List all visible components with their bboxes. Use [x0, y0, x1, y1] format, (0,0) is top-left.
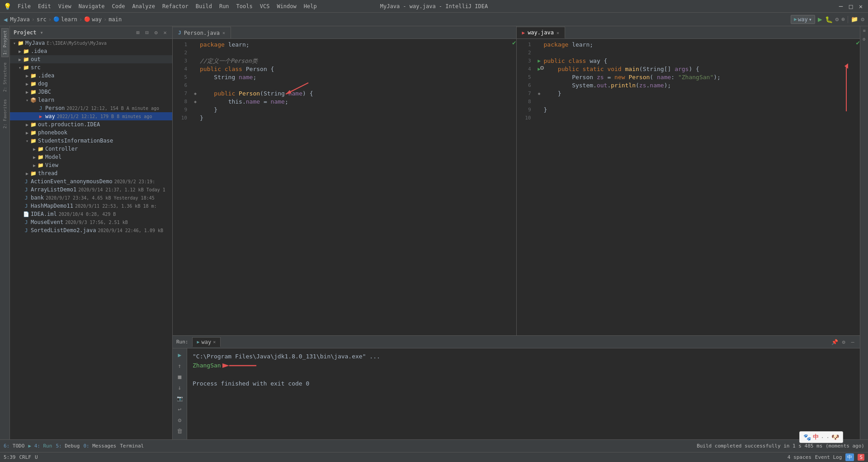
person-java-code[interactable]: 1 package learn; 2 3 //定义一个Person类 [173, 39, 516, 335]
run-tab-close[interactable]: ✕ [213, 339, 216, 344]
menu-tools[interactable]: Tools [234, 2, 255, 10]
run-console-button[interactable]: ▶ [175, 350, 184, 359]
status-event-log[interactable]: Event Log [815, 454, 842, 460]
status-indent[interactable]: 4 spaces [788, 454, 811, 460]
tree-item-mouseevent[interactable]: ▶ J MouseEvent 2020/9/3 17:56, 2.51 kB [10, 218, 172, 226]
tree-item-arraylist[interactable]: ▶ J ArrayListDemo1 2020/9/14 21:37, 1.12… [10, 186, 172, 194]
settings-console-button[interactable]: ⚙ [175, 415, 184, 424]
run-tab[interactable]: ▶ way ✕ [192, 337, 221, 347]
messages-button[interactable]: 0: Messages [83, 443, 116, 449]
terminal-button[interactable]: Terminal [120, 443, 144, 449]
run-bottom-button[interactable]: ▶ 4: Run [28, 443, 52, 449]
debug-num: 5: [56, 443, 61, 449]
tree-item-out-production[interactable]: ▶ 📁 out.production.IDEA [10, 120, 172, 129]
breadcrumb-way[interactable]: 🔴 way [84, 16, 102, 23]
menu-help[interactable]: Help [301, 2, 320, 10]
way-tab-close[interactable]: ✕ [557, 30, 559, 35]
wrap-button[interactable]: ↩ [175, 405, 184, 414]
coverage-button[interactable]: ⚙ [835, 16, 839, 23]
tree-item-src[interactable]: ▾ 📁 src [10, 63, 172, 71]
right-icon-1[interactable]: ≡ [863, 26, 865, 35]
tree-item-bank[interactable]: ▶ J bank 2020/9/17 23:34, 4.65 kB Yester… [10, 194, 172, 202]
tree-item-model[interactable]: ▶ 📁 Model [10, 153, 172, 161]
menu-refactor[interactable]: Refactor [160, 2, 191, 10]
tree-item-idea2[interactable]: ▶ 📁 .idea [10, 71, 172, 80]
menu-file[interactable]: File [15, 2, 33, 10]
way-java-code[interactable]: 1 package learn; 2 3 ▶ [517, 39, 860, 335]
breadcrumb-project[interactable]: MyJava [10, 16, 29, 23]
clear-console-button[interactable]: 🗑 [175, 426, 184, 435]
breadcrumb-main[interactable]: main [108, 16, 122, 23]
menu-edit[interactable]: Edit [35, 2, 54, 10]
tree-item-view[interactable]: ▶ 📁 View [10, 161, 172, 169]
folder-icon-learn: 📦 [30, 96, 37, 104]
tree-item-controller[interactable]: ▶ 📁 Controller [10, 145, 172, 153]
tree-item-thread[interactable]: ▶ 📁 thread [10, 169, 172, 177]
vcs-button[interactable]: 📁 [851, 16, 858, 23]
status-crlf[interactable]: CRLF [19, 454, 32, 460]
tree-item-learn[interactable]: ▾ 📦 learn [10, 96, 172, 104]
breadcrumb-src[interactable]: src [37, 16, 47, 23]
maximize-button[interactable]: □ [847, 3, 854, 10]
structure-tab-vertical[interactable]: 2: Structure [2, 61, 8, 94]
breadcrumb-learn[interactable]: 🔵 learn [53, 16, 77, 23]
menu-navigate[interactable]: Navigate [76, 2, 108, 10]
project-tab-vertical[interactable]: 1: Project [1, 28, 9, 57]
tree-item-myjava[interactable]: ▾ 📁 MyJava E:\IDEA\MyStudy\MyJava [10, 39, 172, 47]
todo-button[interactable]: 6: TODO [4, 443, 24, 449]
panel-settings-button[interactable]: ⚙ [152, 29, 160, 36]
profile-button[interactable]: ⊕ [841, 16, 845, 23]
panel-settings-gear[interactable]: ⚙ [840, 338, 847, 346]
minimize-button[interactable]: ─ [837, 3, 844, 10]
tree-item-phonebook[interactable]: ▶ 📁 phonebook [10, 129, 172, 137]
right-icon-2[interactable]: ⚙ [863, 35, 865, 43]
java-icon-person: J [37, 105, 44, 112]
menu-code[interactable]: Code [109, 2, 128, 10]
window-controls: ─ □ ✕ [837, 3, 864, 10]
close-button[interactable]: ✕ [857, 3, 864, 10]
tree-item-dog[interactable]: ▶ 📁 dog [10, 80, 172, 88]
status-ime-zh[interactable]: 中 [845, 453, 854, 461]
project-dropdown-button[interactable]: ▾ [40, 29, 43, 36]
status-lang[interactable]: S [858, 454, 864, 461]
menu-vcs[interactable]: VCS [257, 2, 273, 10]
status-charset[interactable]: U [35, 454, 38, 460]
favorites-tab-vertical[interactable]: 2: Favorites [2, 97, 8, 130]
screenshot-button[interactable]: 📷 [175, 394, 184, 403]
debug-button[interactable]: 🐛 [825, 16, 833, 23]
tree-item-idea1[interactable]: ▶ 📁 .idea [10, 47, 172, 55]
menu-build[interactable]: Build [193, 2, 215, 10]
tree-item-idea-iml[interactable]: ▶ 📄 IDEA.iml 2020/10/4 0:28, 429 B [10, 210, 172, 218]
tree-item-way[interactable]: ▶ ▶ way 2022/1/2 12:12, 179 B 8 minutes … [10, 112, 172, 120]
tree-item-hashmap[interactable]: ▶ J HashMapDemo11 2020/9/11 22:53, 1.36 … [10, 202, 172, 210]
debug-bottom-button[interactable]: 5: Debug [56, 443, 80, 449]
panel-close-button[interactable]: ✕ [161, 29, 169, 36]
status-position[interactable]: 5:39 [4, 454, 16, 460]
tree-label-src: src [31, 64, 41, 71]
run-config-dropdown[interactable]: ▶ way ▾ [791, 15, 815, 24]
nav-back-button[interactable]: ◀ [4, 16, 7, 23]
tab-way-java[interactable]: ▶ way.java ✕ [517, 27, 565, 38]
tree-item-students[interactable]: ▾ 📁 StudentsInformationBase [10, 137, 172, 145]
menu-run[interactable]: Run [217, 2, 232, 10]
run-button[interactable]: ▶ [818, 15, 822, 24]
scroll-down-button[interactable]: ↓ [175, 383, 184, 392]
tree-item-actionevent[interactable]: ▶ J ActionEvent_anonymousDemo 2020/9/2 2… [10, 177, 172, 186]
menu-analyze[interactable]: Analyze [129, 2, 158, 10]
expand-all-button[interactable]: ⊞ [134, 29, 142, 36]
stop-button[interactable]: ■ [175, 372, 184, 381]
menu-view[interactable]: View [56, 2, 74, 10]
pin-button[interactable]: 📌 [831, 338, 838, 346]
tab-person-java[interactable]: J Person.java ✕ [173, 27, 231, 38]
tree-item-person[interactable]: ▶ J Person 2022/1/2 12:12, 154 B A minut… [10, 104, 172, 112]
menu-window[interactable]: Window [274, 2, 299, 10]
minimize-panel-button[interactable]: — [849, 338, 856, 346]
settings-button[interactable]: ⚙ [861, 16, 864, 23]
console-blank [193, 370, 854, 379]
collapse-all-button[interactable]: ⊟ [143, 29, 151, 36]
rerun-button[interactable]: ↑ [175, 361, 184, 370]
person-tab-close[interactable]: ✕ [222, 30, 225, 35]
tree-item-out[interactable]: ▶ 📁 out [10, 55, 172, 63]
tree-item-sortedlist[interactable]: ▶ J SortedListDemo2.java 2020/9/14 22:46… [10, 226, 172, 234]
tree-item-jdbc[interactable]: ▶ 📁 JDBC [10, 88, 172, 96]
